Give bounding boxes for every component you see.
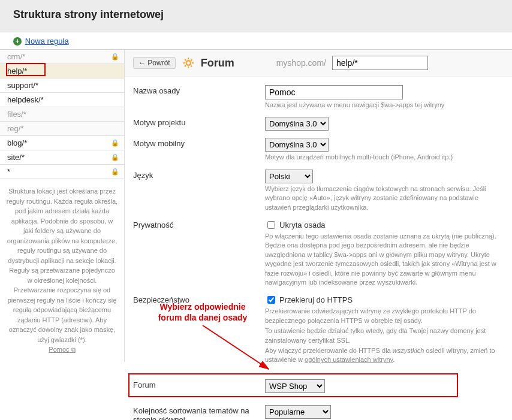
- back-button[interactable]: ← Powrót: [133, 57, 176, 69]
- security-hint1: Przekierowanie odwiedzających witrynę ze…: [265, 307, 504, 325]
- label-language: Język: [133, 170, 265, 180]
- sidebar-rule[interactable]: helpdesk/*: [0, 93, 124, 107]
- sort-select[interactable]: Popularne: [265, 405, 331, 419]
- new-rule-link[interactable]: Nowa reguła: [25, 37, 69, 46]
- rule-label: help/*: [7, 67, 27, 75]
- site-settings-link[interactable]: ogólnych ustawieniach witryny: [305, 356, 393, 363]
- mobile-theme-hint: Motyw dla urządzeń mobilnych multi-touch…: [265, 153, 504, 162]
- rule-label: support/*: [7, 81, 38, 90]
- sidebar-rule[interactable]: files/*: [0, 107, 124, 122]
- rule-label: blog/*: [7, 138, 27, 147]
- label-name: Nazwa osady: [133, 85, 265, 95]
- sidebar: crm/*🔒help/*support/*helpdesk/*files/*re…: [0, 50, 125, 362]
- settings-form: Nazwa osady Nazwa jest używana w menu na…: [125, 77, 512, 420]
- sidebar-rule[interactable]: support/*: [0, 78, 124, 93]
- sidebar-rule[interactable]: help/*: [0, 64, 124, 78]
- url-input[interactable]: [332, 56, 428, 70]
- lock-icon: 🔒: [111, 168, 119, 176]
- add-icon: +: [13, 37, 22, 46]
- sidebar-rule[interactable]: reg/*: [0, 122, 124, 136]
- main-panel: ← Powrót 🔅 Forum myshop.com/ Nazwa osady…: [125, 50, 512, 420]
- label-privacy: Prywatność: [133, 219, 265, 229]
- rule-label: site/*: [7, 153, 25, 162]
- external-link-icon: ⧉: [71, 346, 76, 353]
- https-checkbox[interactable]: [267, 296, 275, 304]
- sidebar-rule[interactable]: *🔒: [0, 165, 124, 179]
- rule-label: *: [7, 167, 10, 176]
- lock-icon: 🔒: [111, 139, 119, 147]
- rule-label: reg/*: [7, 124, 23, 133]
- label-forum: Forum: [133, 379, 265, 389]
- language-hint: Wybierz język do tłumaczenia ciągów teks…: [265, 185, 504, 212]
- privacy-check-label[interactable]: Ukryta osada: [279, 220, 326, 229]
- domain-label: myshop.com/: [276, 58, 326, 68]
- settlement-title: Forum: [201, 57, 234, 70]
- rule-label: helpdesk/*: [7, 95, 44, 104]
- name-input[interactable]: [265, 85, 403, 99]
- sidebar-rule[interactable]: site/*🔒: [0, 150, 124, 165]
- page-title: Struktura strony internetowej: [13, 8, 501, 21]
- title-bar: ← Powrót 🔅 Forum myshop.com/: [125, 50, 512, 77]
- page-header: Struktura strony internetowej: [0, 0, 512, 32]
- label-mobile-theme: Motyw mobilny: [133, 138, 265, 148]
- sidebar-help-text: Struktura lokacji jest określana przez r…: [0, 179, 124, 362]
- theme-select[interactable]: Domyślna 3.0: [265, 117, 329, 131]
- privacy-checkbox[interactable]: [267, 221, 275, 229]
- label-theme: Motyw projektu: [133, 117, 265, 127]
- https-check-label[interactable]: Przekieruj do HTTPS: [279, 295, 353, 304]
- security-hint3: Aby włączyć przekierowanie do HTTPS dla …: [265, 346, 504, 365]
- rule-label: crm/*: [7, 52, 25, 61]
- forum-icon: 🔅: [182, 56, 195, 70]
- sidebar-rule[interactable]: blog/*🔒: [0, 136, 124, 150]
- label-sort: Kolejność sortowania tematów na stronie …: [133, 405, 265, 420]
- help-link[interactable]: Pomoc ⧉: [49, 346, 75, 353]
- security-hint2: To ustawienie będzie działać tylko wtedy…: [265, 327, 504, 345]
- language-select[interactable]: Polski: [265, 170, 313, 183]
- rule-label: files/*: [7, 110, 26, 119]
- lock-icon: 🔒: [111, 153, 119, 161]
- mobile-theme-select[interactable]: Domyślna 3.0: [265, 138, 329, 152]
- toolbar: + Nowa reguła: [0, 32, 512, 50]
- annotation-text: Wybierz odpowiednie forum dla danej osad…: [143, 301, 263, 323]
- sidebar-rule[interactable]: crm/*🔒: [0, 50, 124, 64]
- forum-select[interactable]: WSP Shop: [265, 379, 325, 393]
- lock-icon: 🔒: [111, 53, 119, 61]
- privacy-hint: Po włączeniu tego ustawienia osada zosta…: [265, 232, 504, 287]
- name-hint: Nazwa jest używana w menu nawigacji $wa-…: [265, 101, 504, 110]
